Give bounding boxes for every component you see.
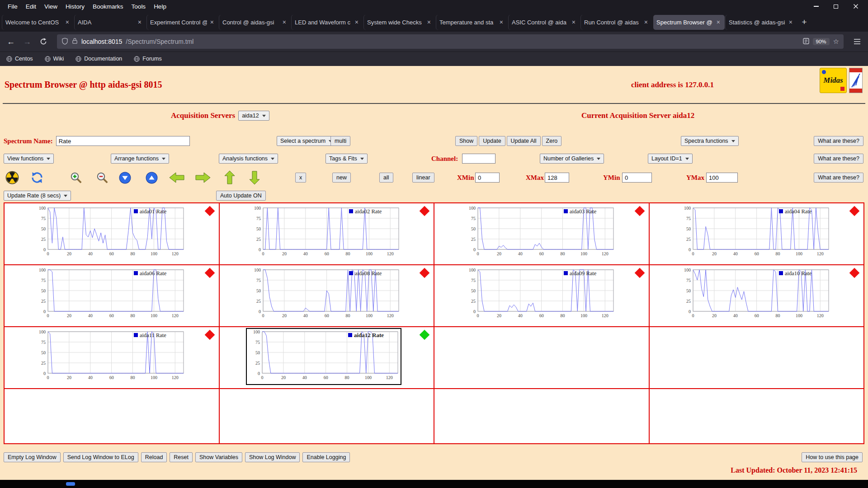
empty-log-window-button[interactable]: Empty Log Window bbox=[4, 452, 61, 462]
show-button[interactable]: Show bbox=[455, 136, 477, 146]
menu-history[interactable]: History bbox=[61, 2, 89, 11]
red-diamond-marker[interactable] bbox=[634, 206, 645, 216]
xmax-input[interactable] bbox=[545, 173, 569, 183]
new-button[interactable]: new bbox=[332, 173, 351, 183]
menu-file[interactable]: File bbox=[4, 2, 22, 11]
spectrum-chart-aida12-rate[interactable]: 0255075100020406080100120aida12 Rate bbox=[246, 328, 401, 385]
close-icon[interactable] bbox=[853, 3, 859, 9]
back-icon[interactable]: ← bbox=[4, 34, 18, 49]
minimize-icon[interactable] bbox=[813, 3, 819, 9]
red-diamond-marker[interactable] bbox=[204, 330, 215, 340]
ymax-input[interactable] bbox=[706, 173, 738, 183]
red-diamond-marker[interactable] bbox=[420, 206, 430, 216]
reset-button[interactable]: Reset bbox=[170, 452, 193, 462]
forward-icon[interactable]: → bbox=[20, 34, 34, 49]
x-button[interactable]: x bbox=[295, 173, 306, 183]
tab-asic-control-aida[interactable]: ASIC Control @ aida× bbox=[509, 15, 580, 30]
tab-system-wide-checks[interactable]: System wide Checks× bbox=[364, 15, 435, 30]
update-rate-select[interactable]: Update Rate (8 secs) bbox=[4, 191, 71, 201]
spectrum-chart-aida08-rate[interactable]: 0255075100020406080100120aida08 Rate bbox=[248, 267, 403, 324]
tab-experiment-control[interactable]: Experiment Control @× bbox=[147, 15, 218, 30]
what-are-these-button-3[interactable]: What are these? bbox=[814, 173, 863, 183]
menu-tools[interactable]: Tools bbox=[127, 2, 150, 11]
reader-view-icon[interactable] bbox=[803, 38, 809, 46]
bookmark-documentation[interactable]: Documentation bbox=[75, 56, 122, 62]
expand-vertical-icon[interactable] bbox=[119, 167, 131, 188]
analysis-functions-select[interactable]: Analysis functions bbox=[219, 154, 278, 164]
layout-id-select[interactable]: Layout ID=1 bbox=[648, 154, 693, 164]
channel-input[interactable] bbox=[462, 154, 495, 164]
multi-button[interactable]: multi bbox=[330, 136, 350, 146]
arrow-right-icon[interactable] bbox=[195, 167, 211, 188]
spectrum-chart-aida02-rate[interactable]: 0255075100020406080100120aida02 Rate bbox=[248, 205, 403, 262]
zoom-out-icon[interactable] bbox=[95, 167, 109, 188]
menu-help[interactable]: Help bbox=[150, 2, 170, 11]
tab-statistics-aidas-gsi[interactable]: Statistics @ aidas-gsi× bbox=[726, 15, 797, 30]
reload-button[interactable]: Reload bbox=[141, 452, 167, 462]
spectrum-chart-aida04-rate[interactable]: 0255075100020406080100120aida04 Rate bbox=[678, 205, 833, 262]
tab-close-icon[interactable]: × bbox=[64, 19, 71, 26]
green-diamond-marker[interactable] bbox=[420, 330, 430, 340]
tab-close-icon[interactable]: × bbox=[209, 19, 215, 26]
what-are-these-button-1[interactable]: What are these? bbox=[814, 136, 863, 146]
compress-vertical-icon[interactable] bbox=[146, 167, 158, 188]
menu-icon[interactable] bbox=[850, 34, 864, 49]
tab-close-icon[interactable]: × bbox=[498, 19, 505, 26]
spectrum-chart-aida06-rate[interactable]: 0255075100020406080100120aida06 Rate bbox=[33, 267, 188, 324]
spectrum-chart-aida01-rate[interactable]: 0255075100020406080100120aida01 Rate bbox=[33, 205, 188, 262]
tab-close-icon[interactable]: × bbox=[643, 19, 649, 26]
arrange-functions-select[interactable]: Arrange functions bbox=[111, 154, 169, 164]
red-diamond-marker[interactable] bbox=[634, 268, 645, 278]
zero-button[interactable]: Zero bbox=[542, 136, 562, 146]
midas-logo[interactable]: Midas bbox=[820, 68, 847, 93]
reload-icon[interactable] bbox=[36, 34, 51, 49]
lock-icon[interactable] bbox=[72, 38, 78, 46]
ymin-input[interactable] bbox=[622, 173, 652, 183]
show-log-window-button[interactable]: Show Log Window bbox=[245, 452, 300, 462]
zoom-in-icon[interactable] bbox=[69, 167, 83, 188]
tab-close-icon[interactable]: × bbox=[354, 19, 360, 26]
how-to-use-button[interactable]: How to use this page bbox=[802, 452, 863, 462]
powered-logo[interactable] bbox=[849, 68, 863, 93]
spectra-functions-select[interactable]: Spectra functions bbox=[681, 136, 739, 146]
tab-close-icon[interactable]: × bbox=[715, 19, 722, 26]
tab-welcome-to-centos[interactable]: Welcome to CentOS× bbox=[2, 15, 74, 30]
spectrum-name-input[interactable] bbox=[56, 136, 190, 146]
bookmark-forums[interactable]: Forums bbox=[134, 56, 161, 62]
tab-control-aidas-gsi[interactable]: Control @ aidas-gsi× bbox=[219, 15, 291, 30]
all-button[interactable]: all bbox=[379, 173, 393, 183]
refresh-icon[interactable] bbox=[30, 167, 44, 188]
red-diamond-marker[interactable] bbox=[849, 268, 860, 278]
zoom-level-button[interactable]: 90% bbox=[813, 38, 830, 45]
arrow-up-icon[interactable] bbox=[224, 167, 235, 188]
url-bar[interactable]: localhost:8015/Spectrum/Spectrum.tml 90%… bbox=[57, 34, 844, 49]
enable-logging-button[interactable]: Enable Logging bbox=[302, 452, 350, 462]
red-diamond-marker[interactable] bbox=[420, 268, 430, 278]
red-diamond-marker[interactable] bbox=[204, 206, 215, 216]
shield-icon[interactable] bbox=[61, 38, 68, 46]
tab-temperature-and-sta[interactable]: Temperature and sta× bbox=[436, 15, 508, 30]
spectrum-chart-aida03-rate[interactable]: 0255075100020406080100120aida03 Rate bbox=[462, 205, 618, 262]
spectrum-chart-aida10-rate[interactable]: 0255075100020406080100120aida10 Rate bbox=[678, 267, 833, 324]
tab-close-icon[interactable]: × bbox=[426, 19, 432, 26]
what-are-these-button-2[interactable]: What are these? bbox=[814, 154, 863, 164]
taskbar-hint[interactable] bbox=[66, 482, 75, 486]
menu-edit[interactable]: Edit bbox=[22, 2, 40, 11]
bookmark-wiki[interactable]: Wiki bbox=[45, 56, 64, 62]
bookmark-centos[interactable]: Centos bbox=[6, 56, 33, 62]
spectrum-chart-aida09-rate[interactable]: 0255075100020406080100120aida09 Rate bbox=[462, 267, 618, 324]
arrow-left-icon[interactable] bbox=[169, 167, 185, 188]
number-of-galleries-select[interactable]: Number of Galleries bbox=[540, 154, 604, 164]
tab-run-control-aidas[interactable]: Run Control @ aidas× bbox=[581, 15, 652, 30]
tab-aida[interactable]: AIDA× bbox=[75, 15, 146, 30]
update-all-button[interactable]: Update All bbox=[507, 136, 541, 146]
red-diamond-marker[interactable] bbox=[204, 268, 215, 278]
auto-update-button[interactable]: Auto Update ON bbox=[216, 191, 266, 201]
view-functions-select[interactable]: View functions bbox=[4, 154, 54, 164]
tab-close-icon[interactable]: × bbox=[137, 19, 143, 26]
update-button[interactable]: Update bbox=[479, 136, 505, 146]
linear-button[interactable]: linear bbox=[412, 173, 434, 183]
red-diamond-marker[interactable] bbox=[849, 206, 860, 216]
send-log-window-to-elog-button[interactable]: Send Log Window to ELog bbox=[63, 452, 138, 462]
arrow-down-icon[interactable] bbox=[249, 167, 260, 188]
